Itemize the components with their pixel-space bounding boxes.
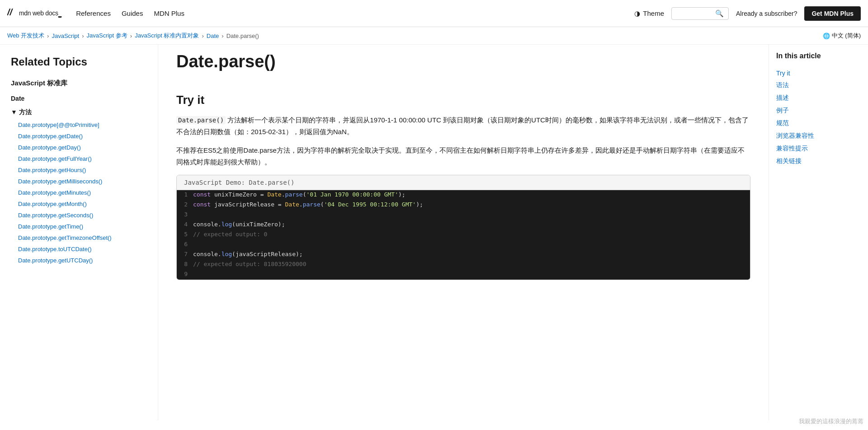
left-sidebar: Related Topics JavaScript 标准库 Date ▼ 方法 …	[0, 45, 158, 421]
nav-guides[interactable]: Guides	[122, 9, 143, 17]
sidebar-item-9[interactable]: Date.prototype.getTime()	[0, 221, 158, 232]
main-content: Date.parse() Try it Date.parse() 方法解析一个表…	[158, 45, 769, 421]
nav-links: References Guides MDN Plus	[76, 9, 634, 17]
code-line-8: 8 // expected output: 818035920000	[177, 260, 750, 270]
breadcrumb-sep-0: ›	[47, 33, 49, 39]
toc-item-5[interactable]: 浏览器兼容性	[776, 130, 861, 142]
theme-icon: ◑	[634, 9, 640, 18]
breadcrumb-item-0[interactable]: Web 开发技术	[7, 32, 44, 40]
code-line-4: 4 console.log(unixTimeZero);	[177, 220, 750, 230]
search-box[interactable]: 🔍	[671, 7, 729, 20]
page-title: Date.parse()	[176, 45, 750, 82]
code-line-6: 6	[177, 240, 750, 250]
sidebar-item-12[interactable]: Date.prototype.getUTCDay()	[0, 255, 158, 266]
line-num-1: 1	[177, 190, 193, 199]
toc-item-0[interactable]: Try it	[776, 67, 861, 79]
line-num-4: 4	[177, 220, 193, 229]
globe-icon: 🌐	[823, 33, 830, 39]
breadcrumb-sep-3: ›	[202, 33, 203, 39]
breadcrumb-item-2[interactable]: JavaScript 参考	[87, 32, 127, 40]
sidebar-item-11[interactable]: Date.prototype.toUTCDate()	[0, 243, 158, 255]
intro-paragraph: Date.parse() 方法解析一个表示某个日期的字符串，并返回从1970-1…	[176, 114, 750, 137]
toc-item-3[interactable]: 例子	[776, 104, 861, 117]
line-num-9: 9	[177, 270, 193, 278]
top-navigation: // mdn web docs_ References Guides MDN P…	[0, 0, 868, 27]
breadcrumb-item-5: Date.parse()	[226, 33, 259, 39]
line-num-5: 5	[177, 230, 193, 238]
theme-button[interactable]: ◑ Theme	[634, 9, 664, 18]
subscriber-text: Already a subscriber?	[736, 10, 797, 17]
nav-references[interactable]: References	[76, 9, 111, 17]
toc-title: In this article	[776, 52, 861, 60]
related-topics-title: Related Topics	[0, 52, 158, 75]
logo[interactable]: // mdn web docs_	[7, 7, 61, 20]
sidebar-item-5[interactable]: Date.prototype.getMilliseconds()	[0, 176, 158, 187]
sidebar-item-7[interactable]: Date.prototype.getMonth()	[0, 198, 158, 210]
sidebar-section-title: JavaScript 标准库	[0, 75, 158, 91]
toc-item-7[interactable]: 相关链接	[776, 155, 861, 168]
code-line-5: 5 // expected output: 0	[177, 230, 750, 240]
line-content-3	[193, 210, 197, 219]
sidebar-methods-toggle[interactable]: ▼ 方法	[0, 106, 158, 119]
triangle-icon: ▼ 方法	[11, 108, 32, 117]
language-label: 中文 (简体)	[832, 32, 861, 40]
sidebar-item-10[interactable]: Date.prototype.getTimezoneOffset()	[0, 232, 158, 243]
right-sidebar: In this article Try it 语法 描述 例子 规范 浏览器兼容…	[769, 45, 868, 421]
breadcrumb-sep-2: ›	[130, 33, 132, 39]
code-line-1: 1 const unixTimeZero = Date.parse('01 Ja…	[177, 190, 750, 200]
svg-text://: //	[7, 7, 14, 17]
sidebar-category: Date	[0, 91, 158, 106]
code-line-3: 3	[177, 210, 750, 220]
breadcrumb-sep-1: ›	[82, 33, 84, 39]
line-num-2: 2	[177, 200, 193, 209]
line-content-1: const unixTimeZero = Date.parse('01 Jan …	[193, 190, 406, 199]
toc-item-1[interactable]: 语法	[776, 79, 861, 92]
nav-mdn-plus[interactable]: MDN Plus	[154, 9, 184, 17]
get-plus-button[interactable]: Get MDN Plus	[804, 6, 861, 21]
nav-right: ◑ Theme 🔍 Already a subscriber? Get MDN …	[634, 6, 861, 21]
warning-paragraph: 不推荐在ES5之前使用Date.parse方法，因为字符串的解析完全取决于实现。…	[176, 145, 750, 168]
line-content-9	[193, 270, 197, 278]
line-num-3: 3	[177, 210, 193, 219]
line-content-2: const javaScriptRelease = Date.parse('04…	[193, 200, 423, 209]
line-num-8: 8	[177, 260, 193, 268]
sidebar-item-4[interactable]: Date.prototype.getHours()	[0, 164, 158, 176]
code-line-2: 2 const javaScriptRelease = Date.parse('…	[177, 200, 750, 210]
sidebar-item-0[interactable]: Date.prototype[@@toPrimitive]	[0, 119, 158, 131]
line-num-7: 7	[177, 250, 193, 258]
line-content-5: // expected output: 0	[193, 230, 267, 238]
line-num-6: 6	[177, 240, 193, 248]
intro-code: Date.parse()	[176, 116, 226, 124]
breadcrumb-sep-4: ›	[222, 33, 223, 39]
intro-text1: 方法解析一个表示某个日期的字符串，并返回从1970-1-1 00:00:00 U…	[176, 116, 749, 136]
line-content-7: console.log(javaScriptRelease);	[193, 250, 303, 258]
breadcrumb-item-1[interactable]: JavaScript	[52, 33, 79, 39]
language-selector[interactable]: 🌐 中文 (简体)	[823, 32, 861, 40]
line-content-4: console.log(unixTimeZero);	[193, 220, 285, 229]
sidebar-item-3[interactable]: Date.prototype.getFullYear()	[0, 153, 158, 164]
code-line-9: 9	[177, 270, 750, 280]
search-input[interactable]	[676, 10, 712, 17]
sidebar-item-2[interactable]: Date.prototype.getDay()	[0, 142, 158, 153]
sidebar-item-8[interactable]: Date.prototype.getSeconds()	[0, 210, 158, 221]
breadcrumb-item-3[interactable]: JavaScript 标准内置对象	[135, 32, 199, 40]
toc-item-4[interactable]: 规范	[776, 117, 861, 130]
toc-item-6[interactable]: 兼容性提示	[776, 142, 861, 155]
main-layout: Related Topics JavaScript 标准库 Date ▼ 方法 …	[0, 45, 868, 421]
try-it-title: Try it	[176, 93, 750, 107]
code-block: 1 const unixTimeZero = Date.parse('01 Ja…	[177, 190, 750, 280]
code-demo: JavaScript Demo: Date.parse() 1 const un…	[176, 175, 750, 280]
code-demo-header: JavaScript Demo: Date.parse()	[177, 175, 750, 190]
sidebar-item-1[interactable]: Date.prototype.getDate()	[0, 131, 158, 142]
toc-item-2[interactable]: 描述	[776, 92, 861, 104]
code-line-7: 7 console.log(javaScriptRelease);	[177, 250, 750, 260]
sidebar-item-6[interactable]: Date.prototype.getMinutes()	[0, 187, 158, 198]
breadcrumb-item-4[interactable]: Date	[207, 33, 219, 39]
logo-m-icon: //	[7, 7, 17, 20]
line-content-6	[193, 240, 197, 248]
breadcrumb: Web 开发技术 › JavaScript › JavaScript 参考 › …	[0, 27, 868, 45]
logo-text: mdn web docs_	[19, 9, 61, 18]
search-icon: 🔍	[715, 9, 724, 18]
line-content-8: // expected output: 818035920000	[193, 260, 306, 268]
